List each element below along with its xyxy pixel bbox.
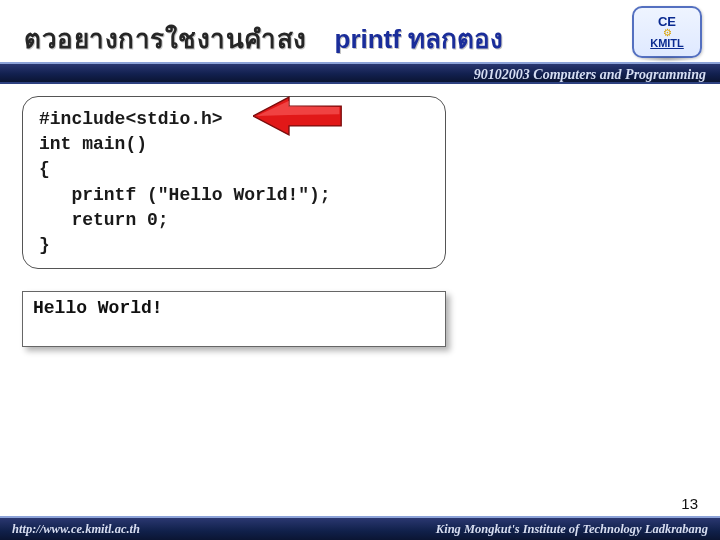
course-code-text: 90102003 Computers and Programming — [474, 67, 706, 82]
title-printf: printf ทลกตอง — [335, 18, 504, 59]
title-thai: ตวอยางการใชงานคำสง — [24, 18, 307, 59]
program-output: Hello World! — [33, 298, 435, 318]
content-area: #include<stdio.h> int main() { printf ("… — [22, 96, 698, 347]
footer-bar: http://www.ce.kmitl.ac.th King Mongkut's… — [0, 516, 720, 540]
footer-url: http://www.ce.kmitl.ac.th — [12, 522, 140, 537]
source-code: #include<stdio.h> int main() { printf ("… — [39, 107, 429, 258]
institution-logo: CE ⚙ KMITL — [632, 6, 702, 58]
header: ตวอยางการใชงานคำสง printf ทลกตอง CE ⚙ KM… — [0, 0, 720, 78]
page-number: 13 — [681, 495, 698, 512]
source-code-box: #include<stdio.h> int main() { printf ("… — [22, 96, 446, 269]
svg-marker-0 — [253, 97, 341, 135]
red-arrow-annotation — [253, 95, 343, 137]
logo-kmitl-text: KMITL — [650, 38, 684, 49]
course-bar: 90102003 Computers and Programming — [0, 62, 720, 84]
footer-institution: King Mongkut's Institute of Technology L… — [436, 522, 708, 537]
output-box: Hello World! — [22, 291, 446, 347]
slide-title: ตวอยางการใชงานคำสง printf ทลกตอง — [24, 18, 720, 59]
